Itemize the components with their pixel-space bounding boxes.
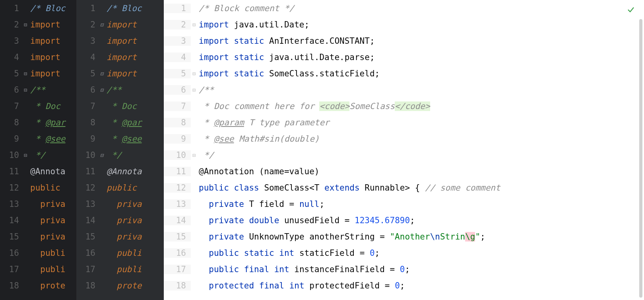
code-text: import bbox=[29, 20, 76, 29]
code-line[interactable]: 9 * @see Math#sin(double) bbox=[164, 131, 644, 147]
code-text: import static AnInterface.CONSTANT; bbox=[197, 36, 644, 46]
code-line[interactable]: 11@Annota bbox=[76, 163, 164, 179]
code-line[interactable]: 13 private T field = null; bbox=[164, 196, 644, 212]
line-number: 2 bbox=[0, 20, 22, 29]
fold-icon[interactable]: ⊟ bbox=[22, 21, 29, 28]
line-number: 14 bbox=[0, 216, 22, 225]
code-line[interactable]: 1/* Block comment */ bbox=[164, 0, 644, 16]
code-line[interactable]: 11@Annota bbox=[0, 163, 76, 179]
code-text: */ bbox=[105, 150, 164, 160]
pane-light[interactable]: 1/* Block comment */2⊟import java.util.D… bbox=[164, 0, 644, 300]
code-line[interactable]: 8 * @param T type parameter bbox=[164, 114, 644, 131]
code-line[interactable]: 17 public final int instanceFinalField =… bbox=[164, 261, 644, 277]
code-line[interactable]: 6⊟/** bbox=[164, 82, 644, 98]
line-number: 11 bbox=[164, 167, 191, 176]
code-text: * @par bbox=[105, 118, 164, 127]
line-number: 6 bbox=[0, 85, 22, 95]
pane-dark-2: 1/* Bloc2⊟import3import4import5⊟import6⊟… bbox=[76, 0, 164, 300]
code-line[interactable]: 14 priva bbox=[0, 212, 76, 228]
line-number: 3 bbox=[0, 36, 22, 46]
code-text: public static int staticField = 0; bbox=[197, 248, 644, 258]
code-line[interactable]: 17 publi bbox=[0, 261, 76, 277]
line-number: 8 bbox=[164, 118, 191, 127]
fold-icon[interactable]: ⊟ bbox=[99, 70, 105, 77]
scrollbar[interactable] bbox=[639, 19, 642, 298]
code-line[interactable]: 16 publi bbox=[76, 245, 164, 261]
code-line[interactable]: 12public class SomeClass<T extends Runna… bbox=[164, 179, 644, 196]
code-line[interactable]: 3import bbox=[76, 33, 164, 49]
code-line[interactable]: 11@Annotation (name=value) bbox=[164, 163, 644, 179]
code-line[interactable]: 18 prote bbox=[0, 277, 76, 294]
fold-icon[interactable]: ⊟ bbox=[22, 87, 29, 93]
code-line[interactable]: 4import bbox=[76, 49, 164, 65]
code-line[interactable]: 13 priva bbox=[76, 196, 164, 212]
code-text: /* Bloc bbox=[105, 4, 164, 13]
code-line[interactable]: 12public bbox=[76, 179, 164, 196]
code-line[interactable]: 5⊟import bbox=[76, 65, 164, 82]
code-line[interactable]: 3import static AnInterface.CONSTANT; bbox=[164, 33, 644, 49]
fold-icon[interactable]: ⊟ bbox=[191, 152, 197, 158]
fold-icon[interactable]: ⊟ bbox=[99, 87, 105, 93]
code-line[interactable]: 14 priva bbox=[76, 212, 164, 228]
code-line[interactable]: 13 priva bbox=[0, 196, 76, 212]
line-number: 15 bbox=[0, 232, 22, 242]
line-number: 18 bbox=[0, 281, 22, 290]
line-number: 2 bbox=[164, 20, 191, 29]
code-line[interactable]: 2⊟import bbox=[0, 16, 76, 33]
line-number: 2 bbox=[76, 20, 99, 29]
code-line[interactable]: 10⊟ */ bbox=[164, 147, 644, 163]
code-line[interactable]: 15 private UnknownType anotherString = "… bbox=[164, 228, 644, 245]
code-line[interactable]: 17 publi bbox=[76, 261, 164, 277]
code-line[interactable]: 4import bbox=[0, 49, 76, 65]
code-line[interactable]: 8 * @par bbox=[76, 114, 164, 131]
code-line[interactable]: 7 * Doc bbox=[76, 98, 164, 114]
code-line[interactable]: 5⊟import bbox=[0, 65, 76, 82]
fold-icon[interactable]: ⊟ bbox=[22, 70, 29, 77]
code-text: priva bbox=[105, 232, 164, 242]
code-line[interactable]: 15 priva bbox=[0, 228, 76, 245]
code-line[interactable]: 8 * @par bbox=[0, 114, 76, 131]
code-line[interactable]: 1/* Bloc bbox=[76, 0, 164, 16]
code-line[interactable]: 10⊟ */ bbox=[76, 147, 164, 163]
code-line[interactable]: 5⊟import static SomeClass.staticField; bbox=[164, 65, 644, 82]
code-text: * Doc comment here for <code>SomeClass</… bbox=[197, 101, 644, 111]
code-text: * @see bbox=[29, 134, 76, 144]
code-line[interactable]: 18 prote bbox=[76, 277, 164, 294]
code-text: import bbox=[105, 53, 164, 62]
code-text: @Annota bbox=[105, 167, 164, 176]
code-line[interactable]: 3import bbox=[0, 33, 76, 49]
fold-icon[interactable]: ⊟ bbox=[191, 87, 197, 93]
code-text: /** bbox=[29, 85, 76, 95]
code-line[interactable]: 16 public static int staticField = 0; bbox=[164, 245, 644, 261]
code-line[interactable]: 12public bbox=[0, 179, 76, 196]
code-line[interactable]: 10⊟ */ bbox=[0, 147, 76, 163]
code-line[interactable]: 1/* Bloc bbox=[0, 0, 76, 16]
code-line[interactable]: 6⊟/** bbox=[0, 82, 76, 98]
code-text: priva bbox=[105, 216, 164, 225]
line-number: 5 bbox=[76, 69, 99, 78]
line-number: 18 bbox=[164, 281, 191, 290]
fold-icon[interactable]: ⊟ bbox=[99, 152, 105, 158]
code-line[interactable]: 16 publi bbox=[0, 245, 76, 261]
code-text: @Annota bbox=[29, 167, 76, 176]
fold-icon[interactable]: ⊟ bbox=[191, 21, 197, 28]
code-line[interactable]: 9 * @see bbox=[76, 131, 164, 147]
code-line[interactable]: 2⊟import bbox=[76, 16, 164, 33]
fold-icon[interactable]: ⊟ bbox=[22, 152, 29, 158]
checkmark-icon bbox=[627, 6, 635, 14]
code-line[interactable]: 18 protected final int protectedField = … bbox=[164, 277, 644, 294]
code-line[interactable]: 2⊟import java.util.Date; bbox=[164, 16, 644, 33]
code-line[interactable]: 4import static java.util.Date.parse; bbox=[164, 49, 644, 65]
line-number: 13 bbox=[76, 199, 99, 209]
code-line[interactable]: 7 * Doc bbox=[0, 98, 76, 114]
code-line[interactable]: 15 priva bbox=[76, 228, 164, 245]
code-line[interactable]: 9 * @see bbox=[0, 131, 76, 147]
code-line[interactable]: 6⊟/** bbox=[76, 82, 164, 98]
code-line[interactable]: 14 private double unusedField = 12345.67… bbox=[164, 212, 644, 228]
fold-icon[interactable]: ⊟ bbox=[191, 70, 197, 77]
code-text: @Annotation (name=value) bbox=[197, 167, 644, 176]
fold-icon[interactable]: ⊟ bbox=[99, 21, 105, 28]
code-line[interactable]: 7 * Doc comment here for <code>SomeClass… bbox=[164, 98, 644, 114]
line-number: 4 bbox=[164, 53, 191, 62]
line-number: 1 bbox=[0, 4, 22, 13]
